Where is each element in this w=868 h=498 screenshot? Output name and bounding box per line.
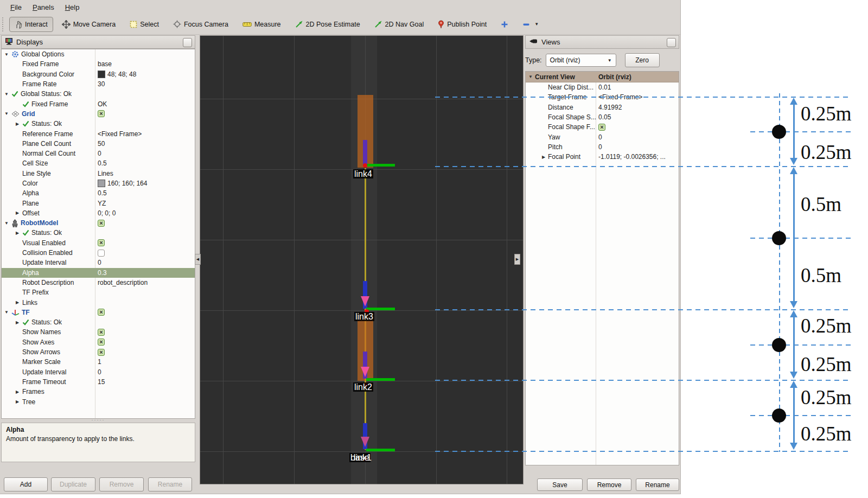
expander-open-icon[interactable]: ▼	[4, 221, 9, 226]
property-value[interactable]: 4.91992	[598, 104, 622, 111]
remove-button[interactable]: Remove	[587, 478, 631, 491]
property-row-focal-shape-f-[interactable]: Focal Shape F...×	[526, 122, 679, 132]
expander-closed-icon[interactable]: ▶	[15, 320, 20, 325]
help-splitter-handle[interactable]: ·····	[1, 419, 195, 422]
property-row-tf[interactable]: ▼TF×	[2, 308, 195, 317]
property-row-near-clip-dist-[interactable]: Near Clip Dist...0.01	[526, 82, 679, 92]
zero-button[interactable]: Zero	[625, 53, 660, 67]
property-row-background-color[interactable]: Background Color48; 48; 48	[2, 69, 195, 79]
property-row-yaw[interactable]: Yaw0	[526, 132, 679, 142]
expander-closed-icon[interactable]: ▶	[541, 155, 546, 159]
property-row-status-ok[interactable]: ▶Status: Ok	[2, 119, 195, 129]
toolbar-grip[interactable]	[2, 17, 6, 31]
property-row-show-names[interactable]: Show Names×	[2, 327, 195, 337]
property-row-global-status-ok[interactable]: ▼Global Status: Ok	[2, 89, 195, 99]
property-row-normal-cell-count[interactable]: Normal Cell Count0	[2, 149, 195, 158]
property-value[interactable]: 50	[98, 140, 105, 148]
property-value[interactable]: base	[98, 60, 112, 68]
expander-open-icon[interactable]: ▼	[4, 52, 9, 57]
property-value[interactable]: 0; 0; 0	[98, 209, 116, 217]
color-swatch[interactable]	[98, 180, 105, 187]
checkbox-checked[interactable]: ×	[98, 349, 105, 356]
property-value[interactable]: -1.0119; -0.0026356; ...	[598, 153, 666, 161]
toolbar-button-2d-nav-goal[interactable]: 2D Nav Goal	[369, 17, 430, 31]
3d-viewport[interactable]: link4link3link2baselink1	[200, 35, 524, 484]
checkbox-checked[interactable]: ×	[98, 339, 105, 346]
expander-closed-icon[interactable]: ▶	[15, 300, 20, 305]
property-row-plane-cell-count[interactable]: Plane Cell Count50	[2, 139, 195, 149]
checkbox-checked[interactable]: ×	[98, 110, 105, 117]
property-value[interactable]: 0	[598, 133, 602, 141]
toolbar-button-measure[interactable]: Measure	[237, 17, 286, 31]
checkbox-checked[interactable]: ×	[598, 124, 605, 131]
property-value[interactable]: 0.01	[598, 84, 611, 91]
property-row-plane[interactable]: PlaneYZ	[2, 198, 195, 208]
property-row-global-options[interactable]: ▼Global Options	[2, 49, 195, 59]
property-value[interactable]: 1	[98, 358, 101, 366]
header-row-current-view[interactable]: ▼Current ViewOrbit (rviz)	[526, 72, 679, 82]
property-row-show-arrows[interactable]: Show Arrows×	[2, 347, 195, 357]
property-value[interactable]: <Fixed Frame>	[598, 93, 642, 101]
expander-open-icon[interactable]: ▼	[4, 310, 9, 315]
property-value[interactable]: 0	[98, 150, 101, 157]
property-row-frame-timeout[interactable]: Frame Timeout15	[2, 377, 195, 387]
collapse-left-handle[interactable]: ◀	[195, 254, 201, 265]
displays-float-button[interactable]	[183, 38, 192, 47]
property-value[interactable]: 0.5	[98, 189, 107, 197]
property-row-update-interval[interactable]: Update Interval0	[2, 367, 195, 377]
property-value[interactable]: 30	[98, 80, 105, 88]
property-value[interactable]: 0.5	[98, 159, 107, 167]
property-row-visual-enabled[interactable]: Visual Enabled×	[2, 238, 195, 248]
menu-item-file[interactable]: File	[5, 2, 27, 13]
expander-open-icon[interactable]: ▼	[4, 92, 9, 97]
expander-closed-icon[interactable]: ▶	[15, 231, 20, 235]
checkbox-checked[interactable]: ×	[98, 309, 105, 316]
property-value[interactable]: 48; 48; 48	[107, 71, 136, 78]
expander-open-icon[interactable]: ▼	[528, 74, 533, 79]
property-row-focal-shape-s-[interactable]: Focal Shape S...0.05	[526, 112, 679, 122]
property-row-tf-prefix[interactable]: TF Prefix	[2, 288, 195, 297]
property-row-marker-scale[interactable]: Marker Scale1	[2, 357, 195, 367]
checkbox-checked[interactable]: ×	[98, 239, 105, 246]
expander-open-icon[interactable]: ▼	[4, 111, 9, 116]
menu-item-panels[interactable]: Panels	[28, 2, 59, 13]
property-row-offset[interactable]: ▶Offset0; 0; 0	[2, 208, 195, 218]
expander-closed-icon[interactable]: ▶	[15, 122, 20, 126]
property-value[interactable]: 0	[98, 368, 101, 376]
toolbar-button-select[interactable]: Select	[124, 17, 164, 31]
property-row-show-axes[interactable]: Show Axes×	[2, 337, 195, 347]
checkbox-unchecked[interactable]	[98, 250, 105, 257]
expander-closed-icon[interactable]: ▶	[15, 399, 20, 404]
color-swatch[interactable]	[98, 71, 105, 78]
property-value[interactable]: 0	[598, 143, 602, 151]
toolbar-button-publish-point[interactable]: Publish Point	[432, 17, 492, 32]
property-row-color[interactable]: Color160; 160; 164	[2, 178, 195, 188]
property-value[interactable]: <Fixed Frame>	[98, 130, 142, 138]
property-value[interactable]: 160; 160; 164	[107, 180, 147, 187]
toolbar-button-interact[interactable]: Interact	[9, 17, 53, 32]
property-row-fixed-frame[interactable]: Fixed FrameOK	[2, 99, 195, 108]
property-row-cell-size[interactable]: Cell Size0.5	[2, 158, 195, 168]
toolbar-button-move-camera[interactable]: Move Camera	[56, 17, 122, 32]
menu-item-help[interactable]: Help	[60, 2, 85, 13]
toolbar-button-focus-camera[interactable]: Focus Camera	[168, 17, 234, 31]
expander-closed-icon[interactable]: ▶	[15, 390, 20, 394]
views-float-button[interactable]	[667, 38, 676, 47]
view-type-dropdown[interactable]: Orbit (rviz) ▼	[546, 54, 616, 67]
checkbox-checked[interactable]: ×	[98, 329, 105, 336]
property-value[interactable]: Orbit (rviz)	[598, 73, 631, 81]
toolbar-button-2d-pose-estimate[interactable]: 2D Pose Estimate	[290, 17, 366, 31]
property-row-fixed-frame[interactable]: Fixed Framebase	[2, 59, 195, 69]
add-button[interactable]: Add	[4, 477, 48, 491]
property-row-robotmodel[interactable]: ▼RobotModel×	[2, 218, 195, 228]
property-row-update-interval[interactable]: Update Interval0	[2, 258, 195, 267]
property-value[interactable]: OK	[98, 100, 107, 108]
property-row-frames[interactable]: ▶Frames	[2, 387, 195, 397]
property-row-status-ok[interactable]: ▶Status: Ok	[2, 228, 195, 238]
property-row-grid[interactable]: ▼Grid×	[2, 109, 195, 119]
collapse-right-handle[interactable]: ▶	[514, 254, 520, 265]
property-row-status-ok[interactable]: ▶Status: Ok	[2, 317, 195, 327]
save-button[interactable]: Save	[537, 478, 583, 491]
property-value[interactable]: 0.05	[598, 113, 611, 121]
property-value[interactable]: Lines	[98, 170, 113, 177]
